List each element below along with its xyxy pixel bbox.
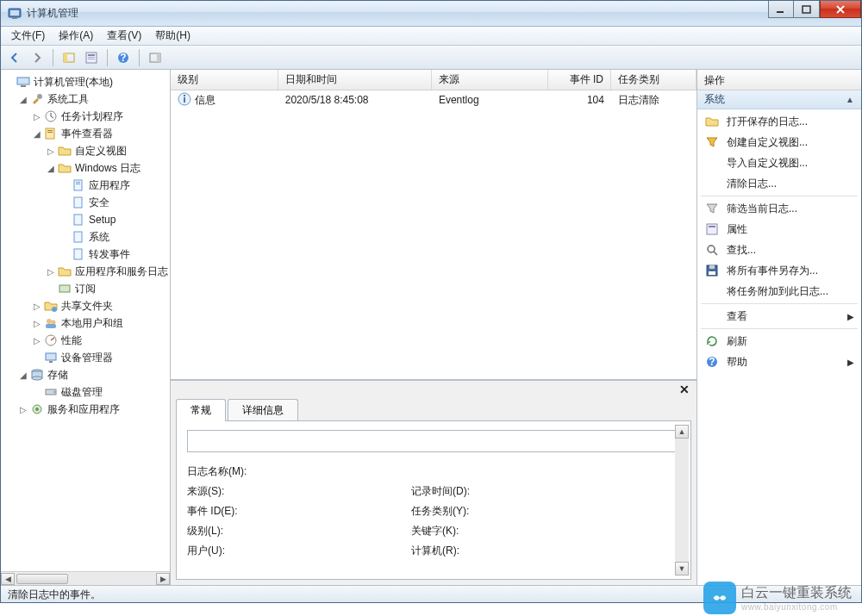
computer-icon [16, 75, 30, 89]
action-view-submenu[interactable]: 查看▶ [697, 306, 861, 327]
show-hide-tree-button[interactable] [59, 48, 79, 67]
tab-page-general: 日志名称(M): 来源(S): 记录时间(D): 事件 ID(E): 任务类别(… [176, 420, 691, 580]
tab-general[interactable]: 常规 [176, 399, 226, 421]
blank-icon [704, 309, 720, 323]
minimize-button[interactable] [768, 1, 794, 18]
action-find[interactable]: 查找... [697, 240, 861, 260]
label-log-name: 日志名称(M): [187, 464, 394, 479]
tree-task-scheduler[interactable]: ▷任务计划程序 [32, 108, 168, 125]
chevron-right-icon: ▶ [847, 358, 854, 367]
label-keywords: 关键字(K): [411, 524, 618, 538]
svg-rect-21 [47, 132, 53, 133]
column-category[interactable]: 任务类别 [611, 70, 696, 90]
tree-disk-mgmt[interactable]: 磁盘管理 [32, 383, 168, 401]
close-button[interactable] [820, 1, 861, 18]
svg-rect-51 [709, 271, 715, 275]
svg-rect-1 [10, 10, 19, 16]
tree-services-apps[interactable]: ▷服务和应用程序 [18, 401, 168, 418]
column-event-id[interactable]: 事件 ID [548, 70, 611, 90]
save-icon [704, 264, 720, 277]
refresh-icon [704, 334, 720, 348]
folder-icon [58, 144, 72, 158]
forward-button[interactable] [27, 48, 47, 67]
action-filter-current-log[interactable]: 筛选当前日志... [697, 198, 861, 219]
svg-point-31 [47, 319, 52, 324]
tree-log-setup[interactable]: Setup [59, 211, 168, 228]
tree-log-forwarded[interactable]: 转发事件 [59, 246, 168, 263]
svg-rect-46 [184, 95, 185, 96]
action-separator [701, 196, 858, 196]
window-title: 计算机管理 [27, 6, 78, 21]
blank-icon [704, 177, 720, 190]
tree-root[interactable]: ▸计算机管理(本地) [4, 73, 168, 90]
label-source: 来源(S): [187, 484, 394, 499]
action-refresh[interactable]: 刷新 [697, 331, 861, 352]
maximize-button[interactable] [794, 1, 820, 18]
log-icon [72, 230, 85, 244]
column-level[interactable]: 级别 [171, 70, 278, 90]
tree-subscriptions[interactable]: 订阅 [46, 280, 168, 297]
tree-windows-logs[interactable]: ◢Windows 日志 [46, 159, 168, 177]
scroll-thumb[interactable] [16, 574, 68, 584]
tree-log-system[interactable]: 系统 [59, 228, 168, 246]
tree-app-service-logs[interactable]: ▷应用程序和服务日志 [46, 263, 168, 280]
menu-action[interactable]: 操作(A) [52, 27, 100, 45]
svg-text:?: ? [120, 52, 126, 64]
help-button[interactable]: ? [113, 48, 134, 67]
info-icon [178, 92, 191, 109]
tree-storage[interactable]: ◢存储 [18, 366, 168, 383]
watermark-url: www.baiyunxitong.com [741, 602, 852, 612]
svg-rect-33 [46, 324, 56, 328]
column-datetime[interactable]: 日期和时间 [278, 70, 432, 90]
tree-performance[interactable]: ▷性能 [32, 332, 168, 349]
action-import-custom-view[interactable]: 导入自定义视图... [697, 152, 861, 173]
scroll-right-button[interactable]: ▶ [156, 573, 170, 585]
action-save-all-events[interactable]: 将所有事件另存为... [697, 260, 861, 281]
menu-view[interactable]: 查看(V) [100, 27, 148, 45]
properties-button[interactable] [81, 48, 102, 67]
svg-rect-20 [47, 130, 53, 131]
menu-file[interactable]: 文件(F) [4, 27, 52, 45]
tree-log-security[interactable]: 安全 [59, 194, 168, 211]
column-source[interactable]: 来源 [432, 70, 548, 90]
action-properties[interactable]: 属性 [697, 219, 861, 240]
subscription-icon [58, 282, 72, 296]
tab-details[interactable]: 详细信息 [228, 399, 298, 421]
action-attach-task[interactable]: 将任务附加到此日志... [697, 281, 861, 302]
svg-rect-4 [803, 6, 810, 13]
svg-rect-52 [709, 265, 715, 269]
detail-close-button[interactable]: ✕ [676, 383, 693, 396]
scroll-up-button[interactable]: ▲ [675, 425, 689, 439]
action-help[interactable]: ?帮助▶ [697, 352, 861, 372]
collapse-icon: ▲ [846, 95, 854, 104]
tree-system-tools[interactable]: ◢系统工具 [18, 90, 168, 108]
event-row[interactable]: 信息 2020/5/18 8:45:08 Eventlog 104 日志清除 [171, 90, 696, 109]
tree-log-application[interactable]: 应用程序 [59, 177, 168, 194]
scroll-down-button[interactable]: ▼ [675, 562, 689, 576]
menu-help[interactable]: 帮助(H) [148, 27, 197, 45]
toolbar-separator [53, 49, 53, 66]
action-open-saved-log[interactable]: 打开保存的日志... [697, 111, 861, 132]
back-button[interactable] [4, 48, 25, 67]
action-create-custom-view[interactable]: 创建自定义视图... [697, 132, 861, 152]
svg-rect-24 [76, 184, 80, 184]
tree-horizontal-scrollbar[interactable]: ◀ ▶ [1, 571, 170, 585]
tree-shared-folders[interactable]: ▷共享文件夹 [32, 297, 168, 314]
svg-rect-19 [46, 128, 54, 139]
show-hide-action-button[interactable] [145, 48, 166, 67]
cell-source: Eventlog [432, 92, 548, 108]
services-icon [30, 402, 44, 416]
action-subheader[interactable]: 系统 ▲ [697, 90, 861, 109]
tree-custom-views[interactable]: ▷自定义视图 [46, 142, 168, 159]
scroll-left-button[interactable]: ◀ [1, 573, 15, 585]
tree-event-viewer[interactable]: ◢事件查看器 [32, 125, 168, 142]
tree-local-users[interactable]: ▷本地用户和组 [32, 314, 168, 332]
svg-rect-47 [707, 224, 717, 234]
tree-device-manager[interactable]: 设备管理器 [32, 349, 168, 366]
detail-vertical-scrollbar[interactable]: ▲ ▼ [675, 425, 689, 576]
svg-rect-15 [17, 78, 29, 84]
action-clear-log[interactable]: 清除日志... [697, 173, 861, 194]
event-list: 级别 日期和时间 来源 事件 ID 任务类别 信息 2020/5/18 8:45… [171, 70, 696, 380]
svg-rect-29 [59, 285, 70, 292]
svg-rect-23 [76, 182, 80, 183]
